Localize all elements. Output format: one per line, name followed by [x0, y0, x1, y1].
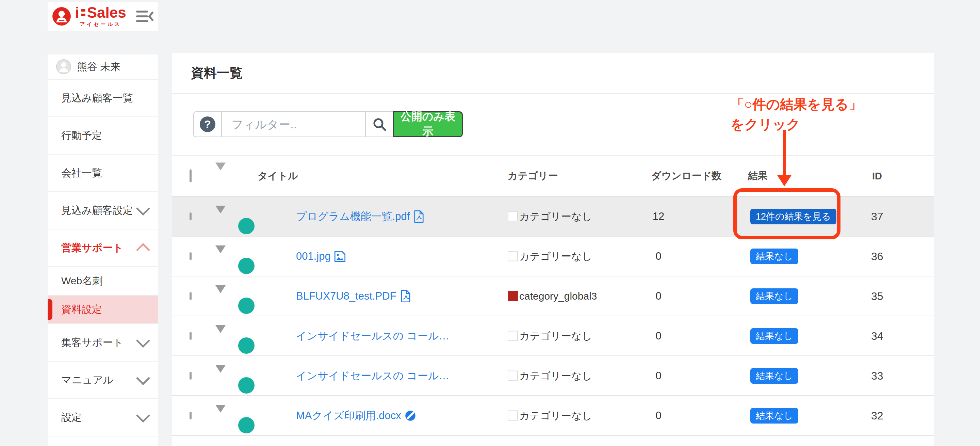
main-panel: 資料一覧 ? 公開のみ表示 「○件の結果を見る」 をクリック タイトル カテゴ — [172, 53, 934, 446]
sidebar-item-manual[interactable]: マニュアル — [48, 362, 158, 399]
row-checkbox[interactable] — [189, 372, 192, 380]
bulk-action-dropdown-icon[interactable] — [215, 162, 226, 181]
sidebar-item-marketing-support[interactable]: 集客サポート — [48, 324, 158, 362]
document-link[interactable]: インサイドセールスの コール… — [296, 369, 450, 383]
page-header: 資料一覧 — [172, 53, 934, 94]
sidebar-item-prospect-settings[interactable]: 見込み顧客設定 — [48, 192, 158, 229]
brand-text: i Sales アイセールス — [75, 5, 126, 27]
document-link[interactable]: MAクイズ印刷用.docx — [296, 409, 416, 423]
header-id: ID — [872, 170, 882, 182]
active-item-indicator — [48, 299, 52, 320]
row-dropdown-icon[interactable] — [215, 245, 226, 259]
header-category: カテゴリー — [508, 169, 558, 183]
chevron-down-icon — [136, 202, 150, 215]
header-title: タイトル — [258, 169, 298, 183]
table-row: BLFUX7U8_test.PDF category_global3 0 結果な… — [172, 276, 934, 316]
category-color-swatch — [508, 251, 518, 261]
document-link[interactable]: プログラム機能一覧.pdf — [296, 209, 425, 224]
tutorial-annotation: 「○件の結果を見る」 をクリック — [730, 94, 862, 134]
header-result: 結果 — [748, 169, 768, 183]
sidebar-item-settings[interactable]: 設定 — [48, 399, 158, 436]
no-results-button[interactable]: 結果なし — [750, 248, 798, 264]
download-count: 12 — [648, 210, 669, 223]
sidebar-item-company-list[interactable]: 会社一覧 — [48, 155, 158, 192]
select-all-checkbox[interactable] — [189, 169, 192, 182]
sidebar-item-sales-support[interactable]: 営業サポート — [48, 229, 158, 267]
row-checkbox[interactable] — [189, 412, 192, 419]
category-color-swatch — [508, 410, 518, 421]
download-count: 0 — [648, 409, 669, 422]
image-file-icon — [334, 250, 346, 262]
category-color-swatch — [508, 370, 518, 381]
question-mark-icon: ? — [200, 116, 215, 132]
sidebar-item-document-settings[interactable]: 資料設定 — [48, 296, 158, 324]
row-id: 35 — [871, 290, 883, 302]
row-dropdown-icon[interactable] — [215, 205, 226, 219]
sidebar-item-web-business-card[interactable]: Web名刺 — [48, 267, 158, 296]
row-dropdown-icon[interactable] — [215, 405, 226, 419]
row-id: 34 — [871, 330, 883, 342]
download-count: 0 — [648, 250, 669, 263]
row-id: 36 — [871, 250, 883, 263]
search-button[interactable] — [365, 112, 393, 137]
table-row: インサイドセールスの コール… カテゴリーなし 0 結果なし 34 — [172, 316, 934, 356]
table-row: インサイドセールスの コール… カテゴリーなし 0 結果なし 33 — [172, 356, 934, 396]
filter-group: ? 公開のみ表示 — [193, 112, 463, 137]
table-row: 001.jpg カテゴリーなし 0 結果なし 36 — [172, 237, 934, 276]
tutorial-arrow — [783, 130, 786, 175]
download-count: 0 — [648, 370, 669, 382]
app-header: i Sales アイセールス — [48, 2, 158, 31]
row-dropdown-icon[interactable] — [215, 325, 226, 339]
no-results-button[interactable]: 結果なし — [750, 288, 798, 304]
header-downloads: ダウンロード数 — [651, 169, 721, 183]
sidebar-item-action-schedule[interactable]: 行動予定 — [48, 117, 158, 155]
brand-subtitle: アイセールス — [80, 21, 121, 27]
chevron-down-icon — [136, 334, 150, 347]
no-results-button[interactable]: 結果なし — [750, 408, 798, 424]
chevron-down-icon — [136, 409, 150, 422]
table-row: MAクイズ印刷用.docx カテゴリーなし 0 結果なし 32 — [172, 396, 934, 436]
sidebar-item-prospect-list[interactable]: 見込み顧客一覧 — [48, 80, 158, 117]
brand-logo: i Sales アイセールス — [52, 5, 126, 27]
category-color-swatch — [508, 291, 518, 301]
tutorial-arrow-head-icon — [777, 175, 792, 186]
row-id: 37 — [871, 210, 883, 223]
user-name: 熊谷 未来 — [77, 60, 121, 74]
brand-name: i Sales — [75, 5, 126, 20]
sidebar-user[interactable]: 熊谷 未来 — [48, 54, 158, 80]
document-link[interactable]: 001.jpg — [296, 250, 346, 263]
brand-equals-mark — [81, 9, 86, 16]
row-dropdown-icon[interactable] — [215, 285, 226, 299]
row-checkbox[interactable] — [189, 332, 192, 340]
category-color-swatch — [508, 211, 518, 221]
chevron-up-icon — [136, 243, 150, 257]
filter-help-button[interactable]: ? — [194, 112, 222, 137]
public-only-button[interactable]: 公開のみ表示 — [393, 112, 463, 137]
category-label: カテゴリーなし — [519, 210, 592, 221]
no-results-button[interactable]: 結果なし — [750, 368, 798, 384]
row-checkbox[interactable] — [189, 292, 192, 300]
document-link[interactable]: インサイドセールスの コール… — [296, 329, 450, 343]
row-id: 33 — [871, 370, 883, 382]
category-color-swatch — [508, 331, 518, 341]
sidebar: 熊谷 未来 見込み顧客一覧 行動予定 会社一覧 見込み顧客設定 営業サポート W… — [48, 54, 158, 446]
document-link[interactable]: BLFUX7U8_test.PDF — [296, 290, 411, 303]
pdf-file-icon — [413, 210, 425, 223]
row-checkbox[interactable] — [189, 212, 192, 220]
row-checkbox[interactable] — [189, 252, 192, 260]
no-results-button[interactable]: 結果なし — [750, 328, 798, 344]
category-label: カテゴリーなし — [519, 409, 592, 421]
table-header-row: タイトル カテゴリー ダウンロード数 結果 ID — [172, 156, 934, 197]
category-label: カテゴリーなし — [519, 370, 592, 381]
view-results-button[interactable]: 12件の結果を見る — [750, 209, 837, 225]
blocked-icon — [404, 410, 416, 422]
row-dropdown-icon[interactable] — [215, 365, 226, 379]
brand-person-icon — [52, 6, 72, 26]
row-id: 32 — [871, 409, 883, 422]
filter-input[interactable] — [222, 112, 365, 137]
download-count: 0 — [648, 290, 669, 302]
page-title: 資料一覧 — [191, 64, 243, 82]
sidebar-collapse-button[interactable] — [135, 9, 154, 24]
category-label: カテゴリーなし — [519, 250, 592, 261]
pdf-file-icon — [400, 290, 411, 303]
